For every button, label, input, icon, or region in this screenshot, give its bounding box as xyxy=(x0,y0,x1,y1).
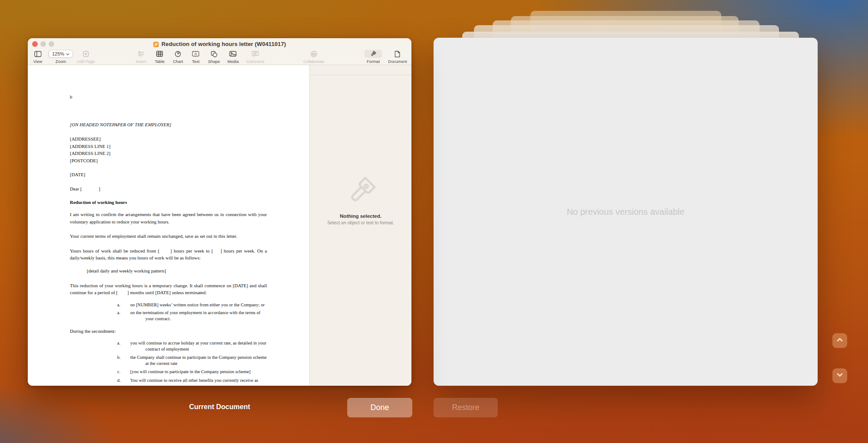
toolbar-view-button[interactable]: View xyxy=(33,50,42,64)
list-item: c. [you will continue to participate in … xyxy=(117,369,267,375)
letter-heading: Reduction of working hours xyxy=(70,199,267,205)
pages-doc-icon xyxy=(153,41,159,47)
no-versions-message: No previous versions available xyxy=(567,207,684,217)
chart-icon xyxy=(174,50,181,58)
salutation-line: Dear [ ] xyxy=(70,186,267,192)
list-item: b. the Company shall continue to partici… xyxy=(117,354,267,366)
svg-text:A: A xyxy=(194,52,197,56)
older-version-button[interactable] xyxy=(832,333,847,348)
current-document-label: Current Document xyxy=(189,403,250,411)
version-browser-screen: { "window": { "title": "Reduction of wor… xyxy=(0,0,868,443)
toolbar-comment-button: Comment xyxy=(246,50,264,64)
toolbar-insert-button: Insert xyxy=(136,50,146,64)
nothing-selected-title: Nothing selected. xyxy=(340,213,381,219)
stray-character: b xyxy=(70,94,267,100)
collaborate-icon xyxy=(310,50,318,58)
document-page[interactable]: b [ON HEADED NOTEPAPER OF THE EMPLOYER] … xyxy=(28,65,309,386)
comment-icon xyxy=(252,50,259,58)
restore-button[interactable]: Restore xyxy=(434,398,498,417)
toolbar-collaborate-button: Collaborate xyxy=(303,50,325,64)
window-chrome: Reduction of working hours letter (W0411… xyxy=(28,38,411,65)
address-line-2: [ADDRESS LINE 2] xyxy=(70,150,267,157)
pages-document-window: Reduction of working hours letter (W0411… xyxy=(28,38,411,386)
toolbar-media-button[interactable]: Media xyxy=(227,50,239,64)
paragraph-2: Your current terms of employment shall r… xyxy=(70,233,267,240)
format-inspector-panel: Nothing selected. Select an object or te… xyxy=(309,65,411,386)
list-item: a. on [NUMBER] weeks’ written notice fro… xyxy=(117,302,267,308)
secondment-list: a. you will continue to accrue holiday a… xyxy=(117,340,267,383)
inspector-empty-state: Nothing selected. Select an object or te… xyxy=(310,174,411,225)
postcode-line: [POSTCODE] xyxy=(70,157,267,164)
list-item: d. You will continue to receive all othe… xyxy=(117,377,267,384)
previous-versions-panel: No previous versions available xyxy=(434,38,818,386)
format-brush-icon xyxy=(365,50,382,58)
paintbrush-icon xyxy=(342,174,379,210)
title-bar: Reduction of working hours letter (W0411… xyxy=(28,40,411,48)
text-box-icon: A xyxy=(192,50,200,58)
toolbar-format-button[interactable]: Format xyxy=(365,50,382,64)
working-pattern-line: [detail daily and weekly working pattern… xyxy=(70,268,267,274)
add-page-icon xyxy=(82,50,89,58)
document-icon xyxy=(395,50,401,58)
toolbar-zoom-control[interactable]: 125% Zoom xyxy=(49,50,73,64)
termination-list: a. on [NUMBER] weeks’ written notice fro… xyxy=(117,302,267,322)
chevron-down-icon xyxy=(66,51,69,56)
toolbar-table-button[interactable]: Table xyxy=(155,50,165,64)
date-line: [DATE] xyxy=(70,171,267,177)
list-item: a. you will continue to accrue holiday a… xyxy=(117,340,267,352)
toolbar-add-page-button: Add Page xyxy=(77,50,95,64)
notepaper-line: [ON HEADED NOTEPAPER OF THE EMPLOYER] xyxy=(70,121,267,128)
paragraph-1: I am writing to confirm the arrangements… xyxy=(70,211,267,225)
list-item: a. on the termination of your employment… xyxy=(117,310,267,322)
paragraph-4: This reduction of your working hours is … xyxy=(70,282,267,296)
done-button[interactable]: Done xyxy=(347,398,412,417)
newer-version-button[interactable] xyxy=(832,368,847,383)
window-body: b [ON HEADED NOTEPAPER OF THE EMPLOYER] … xyxy=(28,65,411,386)
window-title: Reduction of working hours letter (W0411… xyxy=(161,41,286,47)
chevron-down-icon xyxy=(836,371,843,380)
table-icon xyxy=(156,50,163,58)
addressee-line: [ADDRESSEE] xyxy=(70,135,267,143)
toolbar-document-button[interactable]: Document xyxy=(388,50,407,64)
insert-icon xyxy=(138,50,145,58)
toolbar-shape-button[interactable]: Shape xyxy=(208,50,220,64)
toolbar-chart-button[interactable]: Chart xyxy=(173,50,183,64)
nothing-selected-subtitle: Select an object or text to format. xyxy=(327,220,394,225)
media-icon xyxy=(230,50,237,58)
address-line-1: [ADDRESS LINE 1] xyxy=(70,143,267,150)
toolbar-text-button[interactable]: A Text xyxy=(192,50,199,64)
zoom-level-dropdown[interactable]: 125% xyxy=(49,50,73,58)
address-block: [ADDRESSEE] [ADDRESS LINE 1] [ADDRESS LI… xyxy=(70,135,267,164)
zoom-level-value: 125% xyxy=(52,51,64,56)
chevron-up-icon xyxy=(836,336,843,345)
letter-content: b [ON HEADED NOTEPAPER OF THE EMPLOYER] … xyxy=(28,94,309,383)
paragraph-3: Yours hours of work shall be reduced fro… xyxy=(70,247,267,262)
secondment-label: During the secondment: xyxy=(70,328,267,334)
sidebar-view-icon xyxy=(34,50,41,58)
shape-icon xyxy=(210,50,217,58)
